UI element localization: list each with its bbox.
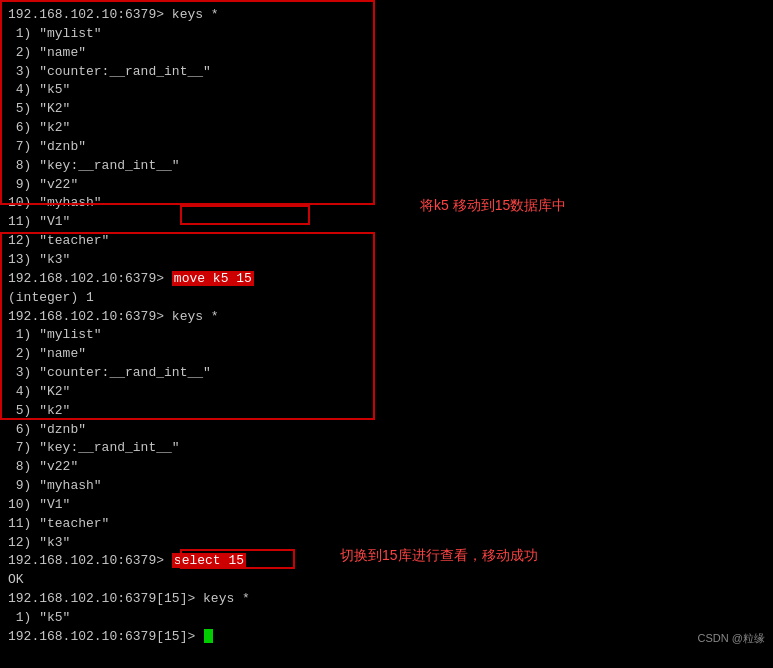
- line2-11: 11) "teacher": [8, 515, 765, 534]
- line2-7: 7) "key:__rand_int__": [8, 439, 765, 458]
- line-5: 5) "K2": [8, 100, 765, 119]
- db15-result: 1) "k5": [8, 609, 765, 628]
- line-2: 2) "name": [8, 44, 765, 63]
- line-11: 11) "V1": [8, 213, 765, 232]
- line-10: 10) "myhash": [8, 194, 765, 213]
- second-keys-section: 192.168.102.10:6379> keys * 1) "mylist" …: [8, 308, 765, 553]
- line-13: 13) "k3": [8, 251, 765, 270]
- line2-3: 3) "counter:__rand_int__": [8, 364, 765, 383]
- annotation-move: 将k5 移动到15数据库中: [420, 195, 566, 215]
- move-command-line: 192.168.102.10:6379> move k5 15: [8, 270, 765, 289]
- db15-keys-line: 192.168.102.10:6379[15]> keys *: [8, 590, 765, 609]
- line2-8: 8) "v22": [8, 458, 765, 477]
- line2-9: 9) "myhash": [8, 477, 765, 496]
- cursor: [204, 629, 213, 643]
- watermark: CSDN @粒缘: [698, 631, 765, 647]
- move-result: (integer) 1: [8, 289, 765, 308]
- top-keys-section: 192.168.102.10:6379> keys * 1) "mylist" …: [8, 6, 765, 270]
- terminal-window: 192.168.102.10:6379> keys * 1) "mylist" …: [0, 0, 773, 653]
- line-6: 6) "k2": [8, 119, 765, 138]
- select-command: select 15: [172, 553, 246, 568]
- line2-1: 1) "mylist": [8, 326, 765, 345]
- line-12: 12) "teacher": [8, 232, 765, 251]
- line2-4: 4) "K2": [8, 383, 765, 402]
- line-7: 7) "dznb": [8, 138, 765, 157]
- line-8: 8) "key:__rand_int__": [8, 157, 765, 176]
- annotation-select: 切换到15库进行查看，移动成功: [340, 545, 538, 565]
- line-3: 3) "counter:__rand_int__": [8, 63, 765, 82]
- line-4: 4) "k5": [8, 81, 765, 100]
- line2-2: 2) "name": [8, 345, 765, 364]
- line-9: 9) "v22": [8, 176, 765, 195]
- db15-final-prompt: 192.168.102.10:6379[15]>: [8, 628, 765, 647]
- line2-10: 10) "V1": [8, 496, 765, 515]
- line-prompt-2: 192.168.102.10:6379> keys *: [8, 308, 765, 327]
- line-1: 1) "mylist": [8, 25, 765, 44]
- line2-6: 6) "dznb": [8, 421, 765, 440]
- line-prompt-1: 192.168.102.10:6379> keys *: [8, 6, 765, 25]
- move-command: move k5 15: [172, 271, 254, 286]
- line2-5: 5) "k2": [8, 402, 765, 421]
- select-result: OK: [8, 571, 765, 590]
